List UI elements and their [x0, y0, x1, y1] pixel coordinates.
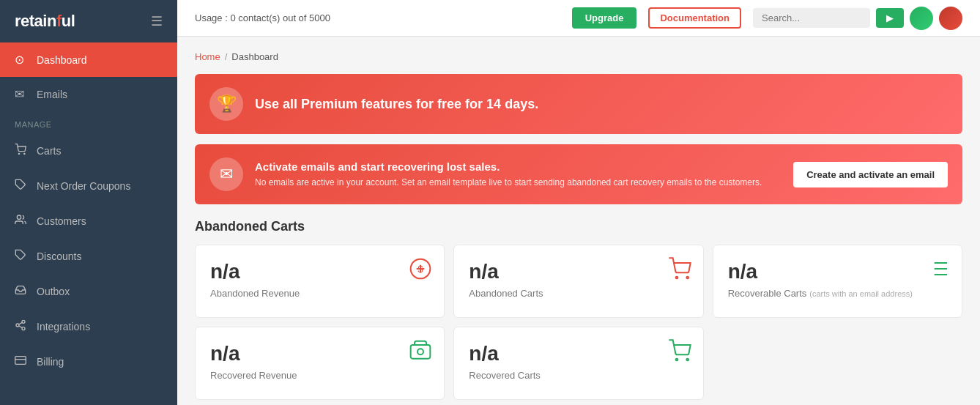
card-recovered-carts: n/a Recovered Carts: [453, 327, 703, 400]
breadcrumb-current: Dashboard: [231, 51, 278, 62]
svg-line-9: [19, 322, 23, 324]
dashboard-icon: ⊙: [15, 53, 28, 67]
svg-point-1: [24, 153, 25, 154]
svg-point-25: [417, 349, 423, 354]
activate-banner: ✉ Activate emails and start recovering l…: [195, 144, 962, 204]
sidebar-item-label: Carts: [37, 145, 61, 157]
svg-point-26: [675, 359, 678, 361]
svg-text:$: $: [418, 264, 424, 275]
recovered-revenue-label: Recovered Revenue: [210, 370, 429, 381]
hamburger-icon[interactable]: ☰: [151, 13, 163, 29]
customers-icon: [15, 214, 28, 228]
upgrade-button[interactable]: Upgrade: [572, 7, 637, 29]
premium-text: Use all Premium features for free for 14…: [255, 97, 538, 112]
sidebar-item-label: Outbox: [37, 286, 70, 297]
premium-icon: 🏆: [209, 87, 243, 121]
sidebar-item-discounts[interactable]: Discounts: [0, 239, 177, 274]
recoverable-carts-label-small: (carts with an email address): [809, 289, 913, 298]
recovered-revenue-value: n/a: [210, 342, 429, 365]
sidebar-item-carts[interactable]: Carts: [0, 133, 177, 168]
sidebar-item-label: Emails: [37, 89, 67, 100]
svg-point-17: [686, 277, 688, 279]
sidebar-item-integrations[interactable]: Integrations: [0, 309, 177, 344]
svg-point-7: [22, 327, 25, 330]
sidebar: retainful ☰ ⊙ Dashboard ✉ Emails MANAGE …: [0, 0, 177, 405]
sidebar-navigation: ⊙ Dashboard ✉ Emails MANAGE Carts: [0, 42, 177, 405]
topbar-right: ▶: [753, 7, 962, 30]
activate-description: No emails are active in your account. Se…: [255, 176, 782, 189]
svg-point-0: [18, 153, 19, 154]
emails-icon: ✉: [15, 87, 28, 101]
card-abandoned-revenue: $ n/a Abandoned Revenue: [195, 245, 445, 318]
premium-banner: 🏆 Use all Premium features for free for …: [195, 74, 962, 134]
svg-point-27: [686, 359, 688, 361]
abandoned-carts-title: Abandoned Carts: [195, 219, 962, 234]
logo-text: retainful: [15, 12, 75, 31]
svg-point-5: [22, 320, 25, 323]
svg-line-8: [19, 326, 23, 328]
integrations-icon: [15, 319, 28, 334]
outbox-icon: [15, 284, 28, 299]
recoverable-carts-label: Recoverable Carts: [728, 288, 807, 299]
user-avatar: [910, 7, 933, 30]
sidebar-item-label: Integrations: [37, 321, 90, 332]
page-content: Home / Dashboard 🏆 Use all Premium featu…: [177, 37, 980, 405]
sidebar-item-billing[interactable]: Billing: [0, 344, 177, 379]
abandoned-carts-value: n/a: [469, 260, 688, 283]
sidebar-item-next-order-coupons[interactable]: Next Order Coupons: [0, 168, 177, 204]
breadcrumb-separator: /: [225, 51, 228, 62]
sidebar-item-label: Customers: [37, 215, 86, 227]
svg-point-16: [675, 277, 678, 279]
search-input[interactable]: [753, 8, 870, 28]
card-abandoned-carts: n/a Abandoned Carts: [453, 245, 703, 318]
breadcrumb: Home / Dashboard: [195, 51, 962, 62]
usage-text: Usage : 0 contact(s) out of 5000: [195, 12, 560, 23]
breadcrumb-home[interactable]: Home: [195, 51, 220, 62]
sidebar-logo: retainful ☰: [0, 0, 177, 42]
recovered-revenue-icon: [409, 339, 432, 368]
sidebar-item-dashboard[interactable]: ⊙ Dashboard: [0, 42, 177, 77]
sidebar-item-emails[interactable]: ✉ Emails: [0, 77, 177, 111]
recovered-carts-label: Recovered Carts: [469, 370, 688, 381]
coupons-icon: [15, 179, 28, 193]
abandoned-carts-label: Abandoned Carts: [469, 288, 688, 299]
svg-point-3: [17, 215, 21, 219]
sidebar-item-customers[interactable]: Customers: [0, 204, 177, 239]
create-activate-email-button[interactable]: Create and activate an email: [793, 162, 948, 187]
card-recoverable-carts: n/a Recoverable Carts (carts with an ema…: [713, 245, 962, 318]
svg-rect-24: [411, 345, 431, 359]
activate-icon: ✉: [209, 157, 243, 191]
topbar: Usage : 0 contact(s) out of 5000 Upgrade…: [177, 0, 980, 37]
abandoned-revenue-label: Abandoned Revenue: [210, 288, 429, 299]
activate-content: Activate emails and start recovering los…: [255, 160, 782, 189]
documentation-button[interactable]: Documentation: [648, 7, 741, 29]
sidebar-item-outbox[interactable]: Outbox: [0, 274, 177, 309]
recovered-carts-value: n/a: [469, 342, 688, 365]
abandoned-carts-grid: $ n/a Abandoned Revenue n/a Abandoned Ca…: [195, 245, 962, 400]
topbar-green-button[interactable]: ▶: [876, 8, 904, 28]
abandoned-carts-icon: [668, 257, 691, 286]
sidebar-item-label: Dashboard: [37, 54, 87, 66]
sidebar-item-label: Discounts: [37, 250, 81, 262]
discounts-icon: [15, 249, 28, 264]
recoverable-carts-icon: [927, 257, 950, 286]
abandoned-revenue-icon: $: [409, 257, 432, 286]
user-avatar-2: [939, 7, 962, 30]
billing-icon: [15, 354, 28, 369]
svg-point-6: [16, 324, 19, 327]
svg-rect-10: [15, 357, 26, 365]
recovered-carts-icon: [668, 339, 691, 368]
card-recovered-revenue: n/a Recovered Revenue: [195, 327, 445, 400]
activate-title: Activate emails and start recovering los…: [255, 160, 782, 173]
abandoned-revenue-value: n/a: [210, 260, 429, 283]
sidebar-item-label: Billing: [37, 356, 64, 368]
carts-icon: [15, 144, 28, 158]
main-content: Usage : 0 contact(s) out of 5000 Upgrade…: [177, 0, 980, 405]
sidebar-item-label: Next Order Coupons: [37, 180, 130, 192]
sidebar-section-manage: MANAGE: [0, 111, 177, 133]
recoverable-carts-value: n/a: [728, 260, 947, 283]
